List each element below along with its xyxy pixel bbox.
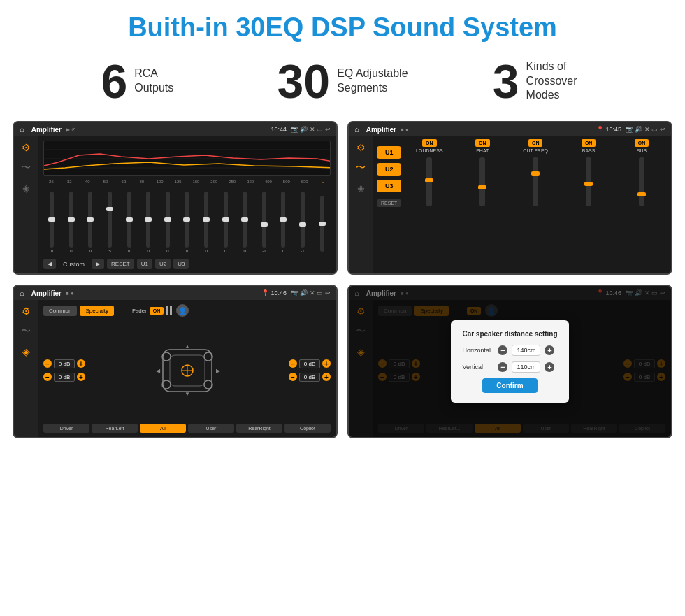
fader-btn-copilot[interactable]: Copilot [284, 424, 331, 433]
fader-sidebar-icon3[interactable]: ◈ [22, 346, 30, 357]
freq-50: 50 [98, 180, 114, 184]
eq-track-11[interactable] [262, 192, 266, 248]
eq-reset-btn[interactable]: RESET [107, 259, 134, 269]
eq-track-14[interactable] [320, 196, 324, 252]
ch-sub-on[interactable]: ON [635, 139, 649, 147]
fader-tab-common[interactable]: Common [43, 306, 77, 316]
eq-track-2[interactable] [88, 192, 92, 248]
eq-preset-name: Custom [63, 261, 85, 268]
fader-sidebar-icon1[interactable]: ⚙ [22, 306, 31, 317]
distance-dialog: Car speaker distance setting Horizontal … [451, 320, 568, 403]
crossover-sidebar-icon2[interactable]: 〜 [356, 162, 366, 174]
eq-sidebar-icon1[interactable]: ⚙ [22, 142, 31, 153]
home-icon[interactable]: ⌂ [20, 125, 24, 134]
eq-track-12[interactable] [281, 192, 285, 248]
crossover-reset-btn[interactable]: RESET [377, 199, 401, 207]
dialog-confirm-button[interactable]: Confirm [482, 378, 537, 393]
eq-track-6[interactable] [166, 192, 170, 248]
u2-btn[interactable]: U2 [377, 163, 401, 176]
ch-bass-label: BASS [582, 148, 596, 153]
fader-vol-rl: − 0 dB + [43, 373, 85, 382]
vol-rr-plus[interactable]: + [322, 373, 331, 381]
eq-track-10[interactable] [243, 192, 247, 248]
eq-thumb-6 [164, 217, 171, 222]
eq-track-9[interactable] [224, 192, 228, 248]
eq-prev-btn[interactable]: ◀ [43, 259, 56, 269]
eq-thumb-7 [183, 217, 190, 222]
eq-val-1: 0 [70, 249, 72, 253]
ch-loudness-track[interactable] [426, 157, 432, 206]
crossover-home-icon[interactable]: ⌂ [354, 125, 359, 134]
ch-bass-on[interactable]: ON [582, 139, 596, 147]
ch-cutfreq-on[interactable]: ON [528, 139, 543, 147]
eq-sidebar-icon3[interactable]: ◈ [22, 182, 30, 194]
fader-btn-rearleft[interactable]: RearLeft [92, 424, 138, 433]
eq-thumb-4 [126, 217, 133, 222]
vol-fr-plus[interactable]: + [322, 359, 331, 368]
eq-u1-btn[interactable]: U1 [137, 259, 152, 269]
vol-fr-minus[interactable]: − [289, 359, 297, 368]
ch-sub-track[interactable] [639, 157, 644, 206]
u3-btn[interactable]: U3 [377, 180, 401, 192]
eq-track-5[interactable] [146, 192, 150, 248]
ch-loudness-thumb [425, 178, 433, 182]
ch-phat-track[interactable] [480, 157, 485, 206]
ch-loudness-on[interactable]: ON [422, 139, 437, 147]
eq-graph [43, 141, 331, 176]
ch-sub-thumb [637, 192, 646, 196]
fader-btn-user[interactable]: User [188, 424, 234, 433]
crossover-sidebar-icon1[interactable]: ⚙ [356, 142, 366, 153]
eq-main-panel: 25 32 40 50 63 80 100 125 160 200 250 32… [38, 136, 336, 273]
vol-rr-minus[interactable]: − [289, 373, 297, 381]
eq-val-11: -1 [262, 249, 266, 253]
stat-eq: 30 EQ AdjustableSegments [247, 57, 438, 105]
crossover-status-bar: ⌂ Amplifier ■ ● 📍 10:45 📷 🔊 ✕ ▭ ↩ [349, 122, 671, 136]
eq-u3-btn[interactable]: U3 [173, 259, 189, 269]
eq-freq-labels: 25 32 40 50 63 80 100 125 160 200 250 32… [43, 180, 331, 184]
svg-point-5 [162, 352, 171, 361]
eq-u2-btn[interactable]: U2 [155, 259, 171, 269]
ch-bass-track[interactable] [586, 157, 591, 206]
dialog-vertical-plus[interactable]: + [545, 362, 554, 372]
dialog-horizontal-plus[interactable]: + [545, 345, 554, 355]
fader-home-icon[interactable]: ⌂ [20, 289, 24, 297]
vol-fl-plus[interactable]: + [77, 359, 85, 368]
ch-phat-on[interactable]: ON [475, 139, 490, 147]
freq-100: 100 [152, 180, 168, 184]
eq-slider-3: 5 [101, 192, 119, 253]
svg-text:▼: ▼ [185, 391, 190, 397]
fader-btn-driver[interactable]: Driver [43, 424, 89, 433]
vol-rl-value: 0 dB [54, 373, 75, 382]
eq-sidebar-icon2[interactable]: 〜 [21, 162, 31, 174]
dialog-vertical-minus[interactable]: − [498, 362, 507, 372]
eq-track-4[interactable] [127, 192, 131, 248]
vol-rl-minus[interactable]: − [43, 373, 52, 381]
freq-63: 63 [116, 180, 132, 184]
freq-more: » [315, 180, 331, 184]
crossover-sidebar-icon3[interactable]: ◈ [357, 182, 365, 194]
fader-on-btn[interactable]: ON [150, 307, 164, 315]
fader-tab-specialty[interactable]: Specialty [80, 306, 113, 316]
fader-sidebar-icon2[interactable]: 〜 [21, 325, 31, 338]
fader-btn-rearright[interactable]: RearRight [236, 424, 282, 433]
ch-cutfreq-track[interactable] [533, 157, 538, 206]
fader-app-name: Amplifier [31, 289, 62, 297]
eq-track-0[interactable] [50, 192, 54, 248]
eq-track-1[interactable] [69, 192, 73, 248]
fader-right-vols: − 0 dB + − 0 dB + [289, 320, 331, 420]
eq-track-13[interactable] [301, 192, 305, 248]
eq-track-7[interactable] [185, 192, 189, 248]
eq-track-8[interactable] [204, 192, 208, 248]
eq-track-3[interactable] [108, 192, 112, 248]
dialog-horizontal-minus[interactable]: − [498, 345, 507, 355]
fader-btn-all[interactable]: All [140, 424, 186, 433]
dialog-screen: ⌂ Amplifier ■ ● 📍 10:46 📷 🔊 ✕ ▭ ↩ ⚙ 〜 ◈ … [347, 285, 672, 438]
dialog-horizontal-row: Horizontal − 140cm + [462, 345, 557, 356]
vol-fl-minus[interactable]: − [43, 359, 52, 368]
eq-slider-5: 0 [140, 192, 157, 253]
eq-next-btn[interactable]: ▶ [92, 259, 104, 269]
ch-sub: ON SUB [616, 139, 667, 271]
u1-btn[interactable]: U1 [377, 146, 401, 159]
vol-rl-plus[interactable]: + [77, 373, 85, 381]
eq-screen: ⌂ Amplifier ▶ ⊙ 10:44 📷 🔊 ✕ ▭ ↩ ⚙ 〜 ◈ [13, 121, 338, 275]
